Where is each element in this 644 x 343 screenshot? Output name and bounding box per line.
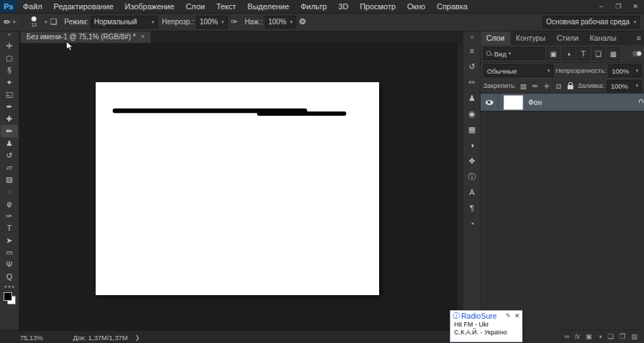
layer-row-background[interactable]: Фон <box>481 94 644 111</box>
hand-tool[interactable]: Ψ <box>1 259 18 271</box>
color-panel-button[interactable]: ◉ <box>465 108 479 119</box>
workspace-select[interactable]: Основная рабочая среда ▾ <box>543 16 640 29</box>
menu-view[interactable]: Просмотр <box>354 0 401 13</box>
tab-close-icon[interactable]: × <box>141 33 145 41</box>
new-adjustment-layer-button[interactable]: ◑ <box>598 333 602 340</box>
expand-panels-button[interactable]: « <box>470 32 473 42</box>
layer-visibility-toggle[interactable] <box>481 94 498 111</box>
document-size-status: Док: 1,37M/1,37M <box>73 334 128 342</box>
filter-smart-objects-button[interactable]: ▦ <box>607 47 620 60</box>
lock-pixels-button[interactable]: ✏ <box>530 81 540 91</box>
styles-panel-button[interactable]: ❖ <box>465 155 479 166</box>
paragraph-panel-button[interactable]: ¶ <box>465 202 479 214</box>
pen-tool[interactable]: ✑ <box>1 210 18 222</box>
close-button[interactable]: ✕ <box>627 0 644 13</box>
menu-select[interactable]: Выделение <box>242 0 295 13</box>
properties-panel-button[interactable]: ≡ <box>465 45 479 56</box>
restore-button[interactable]: ❐ <box>610 0 627 13</box>
layer-opacity-select[interactable]: 100% ▾ <box>608 64 642 77</box>
tab-channels[interactable]: Каналы <box>584 31 622 45</box>
swatches-panel-button[interactable]: ▦ <box>465 124 479 135</box>
tab-paths[interactable]: Контуры <box>510 31 551 45</box>
brush-preset-picker[interactable]: 13 <box>26 16 43 27</box>
menu-layers[interactable]: Слои <box>180 0 211 13</box>
zoom-level-field[interactable]: 75,13% <box>20 334 43 342</box>
menu-3d[interactable]: 3D <box>333 0 354 13</box>
eyedropper-tool[interactable]: ✒ <box>1 101 18 113</box>
history-panel-button[interactable]: ↺ <box>465 61 479 72</box>
timeline-panel-button[interactable]: ◔ <box>465 218 479 229</box>
lock-all-button[interactable] <box>566 81 575 91</box>
quick-selection-tool[interactable]: ✦ <box>1 76 18 89</box>
foreground-color-swatch[interactable] <box>4 292 12 301</box>
menu-edit[interactable]: Редактирование <box>48 0 119 13</box>
crop-tool[interactable]: ◱ <box>1 89 18 101</box>
clone-source-panel-button[interactable]: ♟ <box>465 92 479 104</box>
clone-stamp-tool[interactable]: ♟ <box>1 137 18 149</box>
move-tool[interactable]: ✛ <box>1 40 18 52</box>
layer-filter-toggle[interactable] <box>633 51 642 56</box>
color-swatches[interactable] <box>4 292 16 304</box>
filter-shape-layers-button[interactable]: ❏ <box>592 47 605 60</box>
status-options-arrow-icon[interactable]: ❯ <box>135 334 140 341</box>
layer-filter-select[interactable]: Вид ▾ <box>483 47 545 60</box>
marquee-tool[interactable]: ▢ <box>1 52 18 64</box>
brush-settings-panel-button[interactable]: ✏ <box>465 76 479 88</box>
lock-artboard-button[interactable]: ⊡ <box>554 81 563 91</box>
layer-blend-mode-select[interactable]: Обычные ▾ <box>483 64 553 77</box>
filter-adjustment-layers-button[interactable]: ◑ <box>562 47 575 60</box>
delete-layer-button[interactable]: ▥ <box>631 333 638 340</box>
add-layer-mask-button[interactable]: ▣ <box>585 333 592 340</box>
character-panel-button[interactable]: А <box>465 187 479 198</box>
pressure-opacity-button[interactable]: ✑ <box>228 17 241 26</box>
new-group-button[interactable]: ❏ <box>608 333 614 340</box>
filter-type-layers-button[interactable]: T <box>577 47 590 60</box>
brush-tool[interactable]: ✏ <box>1 125 18 137</box>
adjustments-panel-button[interactable]: ◑ <box>465 139 479 151</box>
brush-tip-icon <box>31 16 36 21</box>
popup-close-icon[interactable]: ✕ <box>514 312 520 320</box>
layer-thumbnail[interactable] <box>503 95 523 110</box>
minimize-button[interactable]: – <box>593 0 610 13</box>
zoom-tool[interactable]: Q <box>1 271 18 283</box>
edit-toolbar-button[interactable]: ● ● ● <box>4 284 14 289</box>
tab-layers[interactable]: Слои <box>481 31 510 45</box>
blur-tool[interactable]: ◌ <box>1 186 18 198</box>
airbrush-button[interactable]: ❂ <box>296 17 309 26</box>
menu-filter[interactable]: Фильтр <box>295 0 333 13</box>
toggle-brush-panel-button[interactable]: ❏ <box>47 17 60 26</box>
link-layers-button[interactable]: ∞ <box>564 333 569 340</box>
shape-tool[interactable]: ▭ <box>1 247 18 259</box>
history-brush-tool[interactable]: ↺ <box>1 149 18 161</box>
dodge-tool[interactable]: φ <box>1 198 18 210</box>
document-tab[interactable]: Без имени-1 @ 75,1% (RGB/8#) * × <box>21 31 151 43</box>
menu-file[interactable]: Файл <box>17 0 48 13</box>
new-layer-button[interactable]: ❐ <box>619 333 625 340</box>
tab-styles[interactable]: Стили <box>551 31 584 45</box>
menu-help[interactable]: Справка <box>431 0 473 13</box>
opacity-select[interactable]: 100% ▾ <box>196 16 228 29</box>
healing-brush-tool[interactable]: ✚ <box>1 113 18 125</box>
blend-mode-select[interactable]: Нормальный ▾ <box>91 16 158 29</box>
lasso-tool[interactable]: § <box>1 64 18 76</box>
toolbar-collapse-button[interactable]: » <box>8 31 11 39</box>
gradient-tool[interactable]: ▨ <box>1 174 18 186</box>
path-selection-tool[interactable]: ➤ <box>1 234 18 247</box>
menu-image[interactable]: Изображение <box>119 0 180 13</box>
menu-type[interactable]: Текст <box>211 0 242 13</box>
document-canvas[interactable] <box>96 82 379 295</box>
fill-select[interactable]: 100% ▾ <box>607 80 642 92</box>
info-panel-button[interactable]: ⓘ <box>465 171 479 182</box>
lock-position-button[interactable]: ✛ <box>543 81 552 91</box>
lock-transparency-button[interactable]: ▨ <box>519 81 528 91</box>
current-tool-button[interactable]: ✏ ▾ <box>0 17 19 27</box>
eraser-tool[interactable]: ▱ <box>1 161 18 174</box>
panel-menu-icon[interactable]: ≡ <box>633 31 644 45</box>
filter-pixel-layers-button[interactable]: ▣ <box>547 47 560 60</box>
type-tool[interactable]: T <box>1 222 18 234</box>
wrench-icon[interactable]: ✎ <box>505 312 511 320</box>
flow-select[interactable]: 100% ▾ <box>265 16 296 29</box>
layer-effects-button[interactable]: fx <box>575 334 580 340</box>
menu-window[interactable]: Окно <box>401 0 431 13</box>
vertical-scrollbar[interactable] <box>458 43 463 330</box>
